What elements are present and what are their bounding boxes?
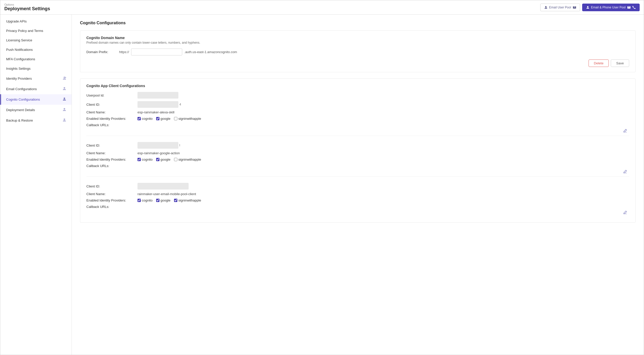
sidebar-item-label: Licensing Service [6,38,32,42]
users-icon-2 [62,87,66,91]
apple-label-3: signinwithapple [178,198,201,202]
email-pool-button[interactable]: Email User Pool [540,4,580,11]
client1-apple-input[interactable] [174,117,177,120]
sidebar-item-push-notifications[interactable]: Push Notifications [0,45,72,54]
client3-providers-label: Enabled Identity Providers: [86,198,137,202]
userpool-id-label: Userpool Id: [86,93,137,97]
client1-google-checkbox[interactable]: google [156,117,170,121]
client3-providers-row: Enabled Identity Providers: cognito goog… [86,198,629,202]
client3-apple-checkbox[interactable]: signinwithapple [174,198,201,202]
sidebar-item-upgrade-apis[interactable]: Upgrade APIs [0,17,72,26]
client3-id-masked [137,183,189,190]
client2-providers-row: Enabled Identity Providers: cognito goog… [86,158,629,161]
client3-apple-input[interactable] [174,199,177,202]
edit-icon-svg-3 [623,210,627,215]
client2-callback-row: Callback URLs: [86,164,629,168]
client1-id-suffix: 4 [179,103,181,106]
edit-icon-svg-2 [623,170,627,174]
email-pool-label: Email User Pool [549,6,571,9]
users-icon-5 [62,118,66,123]
svg-rect-3 [623,214,627,214]
client3-cognito-input[interactable] [137,199,141,202]
domain-prefix-input[interactable] [131,49,182,55]
header-left: Options Deployment Settings [4,3,50,11]
sidebar: Upgrade APIs Privacy Policy and Terms Li… [0,15,72,355]
sidebar-item-mfa[interactable]: MFA Configurations [0,54,72,64]
email-icon [573,6,576,9]
app-client-title: Cognito App Client Configurations [86,84,629,88]
sidebar-item-backup-restore[interactable]: Backup & Restore [0,115,72,126]
apple-label-2: signinwithapple [178,158,201,161]
sidebar-item-email-config[interactable]: Email Configurations [0,84,72,94]
client2-name-label: Client Name: [86,151,137,155]
domain-row: Domain Prefix: https:// .auth.us-east-1.… [86,49,629,55]
client2-cognito-input[interactable] [137,158,141,161]
client3-edit-icon[interactable] [623,210,627,215]
client2-cognito-checkbox[interactable]: cognito [137,158,153,161]
sidebar-item-label: MFA Configurations [6,57,35,61]
client3-checkbox-group: cognito google signinwithapple [137,198,201,202]
cognito-label-2: cognito [142,158,153,161]
client-block-1: Client ID: 4 Client Name: esp-rainmaker-… [86,101,629,136]
client1-edit-icon[interactable] [623,129,627,134]
svg-rect-1 [623,132,627,132]
sidebar-item-privacy-policy[interactable]: Privacy Policy and Terms [0,26,72,36]
client3-id-row: Client ID: [86,183,629,190]
client2-name-value: esp-rainmaker-google-action [137,151,180,155]
sidebar-item-label: Privacy Policy and Terms [6,29,43,33]
google-label-3: google [160,198,170,202]
sidebar-item-label: Insights Settings [6,67,30,70]
sidebar-item-label: Cognito Configurations [6,98,40,101]
client2-callback-label: Callback URLs: [86,164,137,168]
client2-google-checkbox[interactable]: google [156,158,170,161]
edit-icon-svg [623,129,627,133]
sidebar-item-deployment-details[interactable]: Deployment Details [0,105,72,115]
client2-apple-checkbox[interactable]: signinwithapple [174,158,201,161]
client1-google-input[interactable] [156,117,159,120]
client2-name-row: Client Name: esp-rainmaker-google-action [86,151,629,155]
client2-edit-icon[interactable] [623,170,627,174]
client3-name-value: rainmaker-user-email-mobile-pool-client [137,192,196,196]
svg-rect-2 [623,173,627,173]
email-phone-pool-button[interactable]: Email & Phone User Pool [582,4,640,11]
client3-google-checkbox[interactable]: google [156,198,170,202]
client1-name-label: Client Name: [86,110,137,114]
options-label: Options [4,3,50,6]
sidebar-item-label: Email Configurations [6,87,37,91]
sidebar-item-identity-providers[interactable]: Identity Providers [0,73,72,84]
userpool-id-masked [137,92,178,99]
client2-id-suffix: l [179,144,180,147]
domain-prefix-label: Domain Prefix: [86,50,117,54]
client1-cognito-checkbox[interactable]: cognito [137,117,153,121]
domain-section-title: Cognito Domain Name [86,36,629,40]
email-icon-2 [627,6,631,9]
client1-cognito-input[interactable] [137,117,141,120]
main-content: Cognito Configurations Cognito Domain Na… [72,15,644,355]
header: Options Deployment Settings Email User P… [0,0,644,15]
client2-apple-input[interactable] [174,158,177,161]
sidebar-item-licensing[interactable]: Licensing Service [0,36,72,45]
client1-apple-checkbox[interactable]: signinwithapple [174,117,201,121]
sidebar-item-label: Deployment Details [6,108,35,112]
app-client-section: Cognito App Client Configurations Userpo… [80,78,636,223]
client2-id-label: Client ID: [86,144,137,147]
client3-cognito-checkbox[interactable]: cognito [137,198,153,202]
delete-button[interactable]: Delete [589,60,609,67]
cognito-label-3: cognito [142,198,153,202]
client3-google-input[interactable] [156,199,159,202]
client2-providers-label: Enabled Identity Providers: [86,158,137,161]
client1-id-row: Client ID: 4 [86,101,629,108]
sidebar-item-insights[interactable]: Insights Settings [0,64,72,73]
phone-icon [632,6,636,9]
sidebar-item-cognito-config[interactable]: Cognito Configurations [0,94,72,105]
domain-actions: Delete Save [86,60,629,67]
client2-id-row: Client ID: l [86,142,629,149]
users-icon-4 [62,108,66,112]
page-title: Deployment Settings [4,6,50,11]
client2-google-input[interactable] [156,158,159,161]
userpool-id-row: Userpool Id: [86,92,629,99]
client2-id-masked [137,142,178,149]
save-button[interactable]: Save [611,60,629,67]
client1-callback-row: Callback URLs: [86,123,629,127]
users-icon-3 [62,97,66,102]
